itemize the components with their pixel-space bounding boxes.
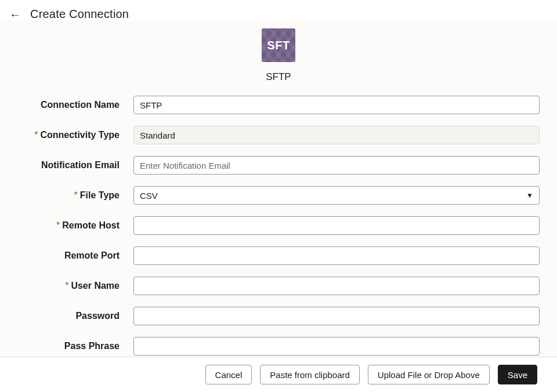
file-type-select[interactable]: CSV ▼	[133, 186, 540, 205]
notification-email-input[interactable]	[133, 156, 540, 175]
label-text: Pass Phrase	[64, 341, 120, 351]
row-remote-port: Remote Port	[17, 246, 540, 265]
connector-hero: SFT SFTP	[0, 20, 557, 93]
remote-port-input[interactable]	[133, 246, 540, 265]
password-input[interactable]	[133, 307, 540, 325]
label-remote-port: Remote Port	[17, 251, 133, 261]
form-scroll-region[interactable]: SFT SFTP Connection Name *Connectivity T…	[0, 20, 557, 357]
connectivity-type-field: Standard	[133, 126, 540, 144]
paste-from-clipboard-button[interactable]: Paste from clipboard	[260, 365, 360, 384]
required-marker: *	[74, 190, 78, 200]
upload-file-button[interactable]: Upload File or Drop Above	[368, 365, 490, 384]
required-marker: *	[65, 281, 68, 291]
row-password: Password	[17, 307, 540, 325]
row-user-name: *User Name	[17, 277, 540, 295]
connector-tile-text: SFT	[267, 39, 290, 52]
label-text: Connectivity Type	[40, 130, 120, 140]
label-text: Remote Port	[64, 251, 120, 260]
label-text: Remote Host	[62, 220, 120, 230]
row-connectivity-type: *Connectivity Type Standard	[17, 126, 540, 144]
label-notification-email: Notification Email	[17, 160, 133, 170]
label-file-type: *File Type	[17, 190, 133, 201]
save-button[interactable]: Save	[498, 365, 537, 384]
row-pass-phrase: Pass Phrase	[17, 337, 540, 355]
label-text: Password	[75, 311, 120, 321]
connector-tile-icon: SFT	[262, 28, 295, 62]
label-connectivity-type: *Connectivity Type	[17, 130, 133, 140]
row-notification-email: Notification Email	[17, 156, 540, 175]
remote-host-input[interactable]	[133, 216, 540, 235]
connection-form: Connection Name *Connectivity Type Stand…	[0, 93, 557, 357]
label-password: Password	[17, 311, 133, 321]
file-type-value: CSV	[140, 191, 158, 201]
back-arrow-icon[interactable]: ←	[9, 9, 21, 20]
row-connection-name: Connection Name	[17, 96, 540, 114]
label-remote-host: *Remote Host	[17, 220, 133, 231]
required-marker: *	[34, 130, 38, 140]
label-text: File Type	[80, 190, 120, 200]
label-pass-phrase: Pass Phrase	[17, 341, 133, 351]
required-marker: *	[56, 220, 60, 230]
row-remote-host: *Remote Host	[17, 216, 540, 235]
cancel-button[interactable]: Cancel	[205, 365, 252, 384]
label-connection-name: Connection Name	[17, 100, 133, 110]
label-user-name: *User Name	[17, 281, 133, 291]
label-text: User Name	[71, 281, 120, 291]
pass-phrase-input[interactable]	[133, 337, 540, 355]
connection-name-input[interactable]	[133, 96, 540, 114]
label-text: Connection Name	[41, 100, 120, 110]
user-name-input[interactable]	[133, 277, 540, 295]
label-text: Notification Email	[41, 160, 120, 170]
page-title: Create Connection	[30, 8, 129, 21]
row-file-type: *File Type CSV ▼	[17, 186, 540, 205]
footer-bar: Cancel Paste from clipboard Upload File …	[0, 357, 557, 392]
chevron-down-icon: ▼	[526, 191, 533, 199]
connector-title: SFTP	[266, 71, 291, 83]
